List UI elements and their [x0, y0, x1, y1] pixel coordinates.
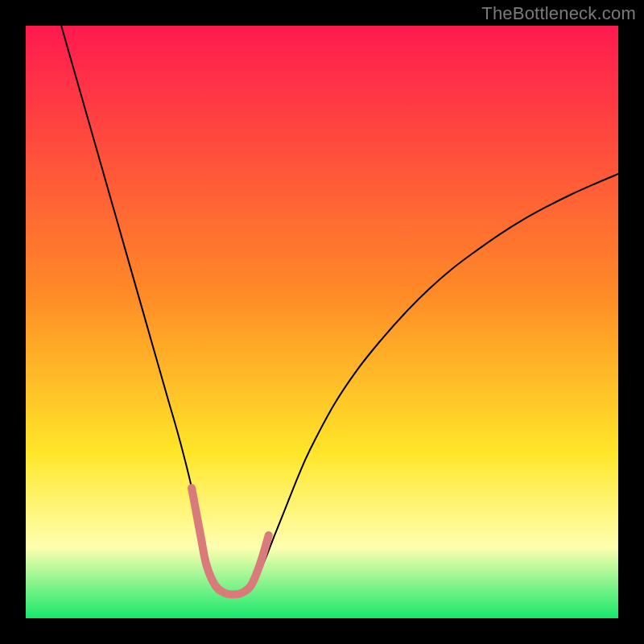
gradient-background: [26, 26, 618, 618]
watermark-text: TheBottleneck.com: [481, 3, 636, 24]
plot-area: [26, 26, 618, 618]
chart-frame: TheBottleneck.com: [0, 0, 644, 644]
plot-svg: [26, 26, 618, 618]
